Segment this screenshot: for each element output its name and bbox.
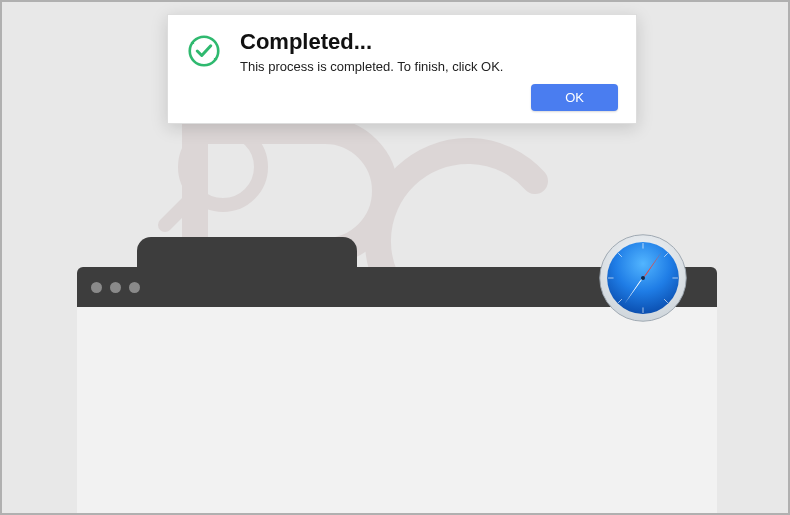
browser-tab [137,237,357,271]
dialog-message: This process is completed. To finish, cl… [240,59,618,74]
window-zoom-dot[interactable] [129,282,140,293]
dialog-title: Completed... [240,29,618,55]
svg-point-0 [185,129,261,205]
ok-button[interactable]: OK [531,84,618,111]
browser-viewport [77,307,717,515]
completed-dialog: Completed... This process is completed. … [167,14,637,124]
svg-line-1 [165,197,193,225]
svg-point-19 [641,276,645,280]
checkmark-circle-icon [186,33,222,73]
safari-icon [597,232,689,324]
window-minimize-dot[interactable] [110,282,121,293]
window-close-dot[interactable] [91,282,102,293]
